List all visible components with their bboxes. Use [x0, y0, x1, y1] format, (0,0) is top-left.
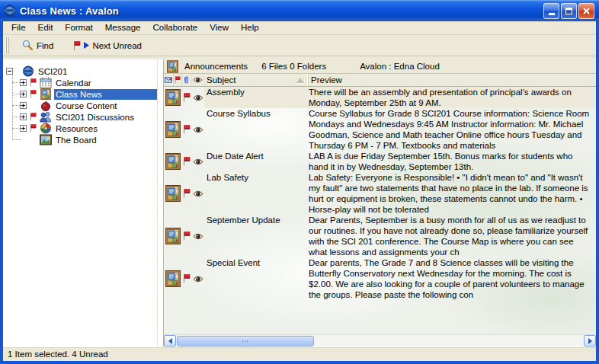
- tree-item-the-board[interactable]: The Board: [3, 134, 157, 145]
- tree-item-class-news[interactable]: + Class News: [3, 88, 157, 100]
- conference-header: Announcements 6 Files 0 Folders Avalon :…: [164, 59, 596, 74]
- next-unread-button[interactable]: Next Unread: [69, 40, 146, 52]
- bulletin-message-icon: [165, 228, 181, 244]
- message-icon: [165, 77, 172, 83]
- message-row[interactable]: Lab Safety Lab Safety: Everyone is Respo…: [164, 172, 596, 215]
- minimize-button[interactable]: [543, 3, 559, 19]
- toolbar-drag-handle[interactable]: [5, 37, 10, 54]
- message-row[interactable]: Due Date Alert LAB A is due Friday Septe…: [164, 151, 596, 172]
- flag-icon: [30, 113, 37, 121]
- apple-icon: [40, 100, 52, 111]
- message-preview: Course Syllabus for Grade 8 SCI201 Cours…: [309, 108, 596, 151]
- tree-item-course-content[interactable]: + Course Content: [3, 100, 157, 111]
- globe-icon: [22, 65, 34, 77]
- find-button[interactable]: Find: [18, 38, 58, 53]
- bulletin-message-icon: [165, 185, 181, 202]
- unread-flag-icon: [183, 157, 191, 166]
- eye-icon: [193, 158, 203, 165]
- tree-item-calendar[interactable]: + Calendar: [3, 77, 157, 88]
- menu-help[interactable]: Help: [235, 21, 265, 34]
- file-counts: 6 Files 0 Folders: [261, 62, 326, 71]
- message-row[interactable]: Assembly There will be an assembly and p…: [164, 87, 596, 108]
- menu-format[interactable]: Format: [59, 21, 98, 34]
- eye-icon: [193, 94, 203, 101]
- message-subject: Assembly: [204, 87, 309, 108]
- expand-icon[interactable]: +: [20, 79, 27, 86]
- menu-edit[interactable]: Edit: [32, 21, 59, 34]
- tree-label: The Board: [54, 135, 157, 145]
- minimize-icon: [549, 13, 555, 15]
- expand-icon[interactable]: +: [20, 125, 27, 132]
- app-globe-icon: [4, 5, 16, 17]
- column-header-row: Subject Preview: [164, 74, 596, 87]
- unread-flag-icon: [183, 189, 191, 198]
- menu-file[interactable]: File: [5, 21, 32, 34]
- resources-icon: [40, 123, 52, 134]
- expand-icon[interactable]: +: [20, 113, 27, 120]
- tree-label: Calendar: [54, 78, 157, 88]
- bulletin-message-icon: [165, 153, 181, 170]
- column-flag[interactable]: [174, 74, 182, 86]
- message-subject: Course Syllabus: [204, 108, 309, 151]
- column-read-status[interactable]: [191, 74, 204, 86]
- conference-title: Announcements: [184, 62, 248, 71]
- eye-icon: [193, 276, 203, 283]
- unread-flag-icon: [183, 125, 191, 134]
- tree-item-sci201[interactable]: − SCI201: [3, 65, 157, 77]
- app-window: Class News : Avalon File Edit Format Mes…: [0, 0, 599, 364]
- menu-collaborate[interactable]: Collaborate: [146, 21, 203, 34]
- scroll-left-button[interactable]: [164, 335, 176, 346]
- conference-owner: Avalon : Edna Cloud: [360, 62, 440, 71]
- eye-icon: [193, 190, 203, 197]
- tree-label: Class News: [54, 89, 157, 100]
- search-icon: [22, 40, 34, 51]
- menu-view[interactable]: View: [203, 21, 235, 34]
- scroll-right-button[interactable]: [584, 335, 596, 346]
- tree-label: Course Content: [54, 101, 157, 111]
- close-button[interactable]: [578, 3, 594, 19]
- discussions-icon: [40, 111, 52, 123]
- toolbar: Find Next Unread: [3, 35, 596, 56]
- unread-flag-icon: [183, 231, 191, 241]
- message-row[interactable]: September Update Dear Parents, September…: [164, 215, 596, 257]
- flag-icon: [175, 76, 181, 84]
- scroll-right-icon: [588, 338, 592, 344]
- subject-header-label: Subject: [207, 75, 235, 85]
- message-row[interactable]: Special Event Dear parents, The Grade 7 …: [164, 257, 596, 300]
- main-area: − SCI201 + Calendar +: [3, 59, 596, 346]
- eye-icon: [193, 77, 203, 83]
- news-board-icon: [40, 88, 52, 100]
- tree-item-sci201-discussions[interactable]: + SCI201 Discussions: [3, 111, 157, 123]
- menu-bar: File Edit Format Message Collaborate Vie…: [3, 21, 596, 35]
- column-attachment[interactable]: [182, 74, 191, 86]
- message-row[interactable]: Course Syllabus Course Syllabus for Grad…: [164, 108, 596, 151]
- message-preview: LAB A is due Friday September 15th. Bonu…: [309, 151, 596, 172]
- collapse-icon[interactable]: −: [6, 68, 13, 75]
- expand-icon[interactable]: +: [20, 91, 27, 97]
- expand-icon[interactable]: +: [20, 102, 27, 109]
- column-subject[interactable]: Subject: [204, 74, 309, 86]
- conference-tree: − SCI201 + Calendar +: [3, 59, 157, 346]
- attachment-icon: [184, 75, 189, 85]
- sort-ascending-icon: [296, 78, 304, 83]
- bulletin-message-icon: [165, 270, 181, 287]
- maximize-icon: [565, 8, 572, 14]
- scrollbar-thumb[interactable]: [177, 336, 314, 346]
- preview-header-label: Preview: [311, 75, 342, 85]
- message-subject: Special Event: [204, 257, 309, 300]
- title-bar[interactable]: Class News : Avalon: [0, 0, 599, 21]
- tree-item-resources[interactable]: + Resources: [3, 123, 157, 134]
- message-preview: Dear parents, The Grade 7 and 8 Science …: [309, 257, 596, 300]
- tree-label: SCI201: [37, 66, 157, 77]
- bulletin-message-icon: [165, 89, 181, 106]
- column-message-icon[interactable]: [164, 74, 174, 86]
- menu-message[interactable]: Message: [99, 21, 147, 34]
- column-preview[interactable]: Preview: [309, 74, 596, 86]
- maximize-button[interactable]: [561, 3, 577, 19]
- next-unread-label: Next Unread: [92, 41, 142, 50]
- pane-splitter[interactable]: [157, 59, 163, 346]
- window-title: Class News : Avalon: [20, 5, 542, 17]
- eye-icon: [193, 233, 203, 240]
- horizontal-scrollbar[interactable]: [164, 334, 596, 346]
- message-subject: September Update: [204, 215, 309, 257]
